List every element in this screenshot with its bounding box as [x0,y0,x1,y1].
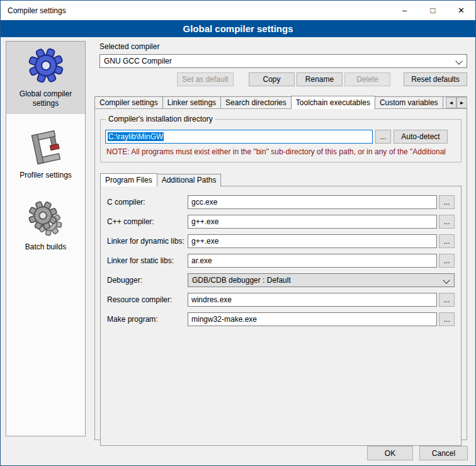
field-label: Linker for dynamic libs: [107,237,188,246]
form-row: C compiler: ... [107,195,455,209]
static-linker-input[interactable] [188,254,437,268]
cancel-button[interactable]: Cancel [419,446,468,460]
auto-detect-button[interactable]: Auto-detect [394,130,448,144]
form-row: C++ compiler: ... [107,215,455,229]
form-row: Linker for dynamic libs: ... [107,234,455,248]
sidebar-item-batch-builds[interactable]: Batch builds [6,196,85,258]
chevron-down-icon [455,57,462,64]
tab-compiler-settings[interactable]: Compiler settings [94,96,163,109]
tab-scroll-left-icon[interactable]: ◄ [446,97,456,108]
cpp-compiler-browse-button[interactable]: ... [439,215,455,229]
tab-toolchain-executables[interactable]: Toolchain executables [291,96,375,109]
installation-directory-title: Compiler's installation directory [106,115,215,123]
settings-tabstrip: Compiler settings Linker settings Search… [94,95,467,109]
c-compiler-browse-button[interactable]: ... [439,195,455,209]
titlebar: Compiler settings – □ ✕ [1,1,475,20]
set-as-default-button[interactable]: Set as default [177,72,234,86]
debugger-select[interactable]: GDB/CDB debugger : Default [188,273,455,287]
make-program-browse-button[interactable]: ... [439,312,455,326]
close-button[interactable]: ✕ [447,1,475,20]
field-label: C++ compiler: [107,217,188,226]
tab-scroller: ◄ ► [446,97,467,108]
copy-button[interactable]: Copy [249,72,295,86]
sidebar-item-global-compiler-settings[interactable]: Global compiler settings [6,42,85,114]
chevron-down-icon [443,276,450,283]
installation-directory-browse-button[interactable]: ... [375,130,391,144]
program-files-panel: C compiler: ... C++ compiler: ... Linker… [100,186,462,446]
resource-compiler-input[interactable] [188,293,437,307]
field-label: Make program: [107,315,188,324]
program-files-tabstrip: Program Files Additional Paths [100,173,462,186]
form-row: Make program: ... [107,312,455,326]
selected-compiler-label: Selected compiler [99,42,467,51]
window-title: Compiler settings [8,6,66,15]
selected-compiler-dropdown[interactable]: GNU GCC Compiler [99,54,467,68]
sidebar-item-label: Batch builds [8,242,83,252]
dynamic-linker-input[interactable] [188,234,437,248]
cpp-compiler-input[interactable] [188,215,437,229]
installation-directory-value: C:\raylib\MinGW [108,132,164,141]
field-label: Debugger: [107,276,188,285]
tab-program-files[interactable]: Program Files [100,173,157,186]
field-label: C compiler: [107,198,188,207]
form-row: Resource compiler: ... [107,293,455,307]
gears-icon [28,201,64,237]
profiler-clamp-icon [30,129,62,166]
field-label: Resource compiler: [107,295,188,304]
toolchain-executables-panel: Compiler's installation directory C:\ray… [94,108,467,440]
maximize-button[interactable]: □ [419,1,447,20]
sidebar-item-label: Profiler settings [8,171,83,180]
field-label: Linker for static libs: [107,256,188,265]
sidebar-item-label: Global compiler settings [8,89,83,108]
tab-additional-paths[interactable]: Additional Paths [157,174,222,186]
c-compiler-input[interactable] [188,195,437,209]
gear-icon [27,47,65,84]
tab-linker-settings[interactable]: Linker settings [162,96,221,109]
sidebar-item-profiler-settings[interactable]: Profiler settings [6,124,85,186]
main-panel: Selected compiler GNU GCC Compiler Set a… [94,41,467,440]
make-program-input[interactable] [188,312,437,326]
compiler-settings-window: Compiler settings – □ ✕ Global compiler … [0,0,476,466]
installation-directory-input[interactable]: C:\raylib\MinGW [105,130,373,144]
dialog-header: Global compiler settings [1,20,475,37]
window-controls: – □ ✕ [390,1,475,20]
tab-custom-variables[interactable]: Custom variables [375,96,443,109]
installation-directory-group: Compiler's installation directory C:\ray… [100,119,462,162]
resource-compiler-browse-button[interactable]: ... [439,293,455,307]
compiler-toolbar: Set as default Copy Rename Delete Reset … [99,72,467,86]
settings-sidebar: Global compiler settings Profiler settin… [6,41,86,436]
minimize-button[interactable]: – [390,1,419,20]
rename-button[interactable]: Rename [297,72,343,86]
debugger-value: GDB/CDB debugger : Default [192,276,291,285]
tab-scroll-right-icon[interactable]: ► [456,97,467,108]
installation-note: NOTE: All programs must exist either in … [106,147,455,156]
ok-button[interactable]: OK [367,446,413,460]
delete-button[interactable]: Delete [344,72,390,86]
form-row: Debugger: GDB/CDB debugger : Default [107,273,455,287]
selected-compiler-value: GNU GCC Compiler [104,57,172,65]
tab-search-directories[interactable]: Search directories [220,96,292,109]
reset-defaults-button[interactable]: Reset defaults [404,72,467,86]
dynamic-linker-browse-button[interactable]: ... [439,234,455,248]
dialog-footer: OK Cancel [367,446,468,460]
static-linker-browse-button[interactable]: ... [439,254,455,268]
form-row: Linker for static libs: ... [107,254,455,268]
